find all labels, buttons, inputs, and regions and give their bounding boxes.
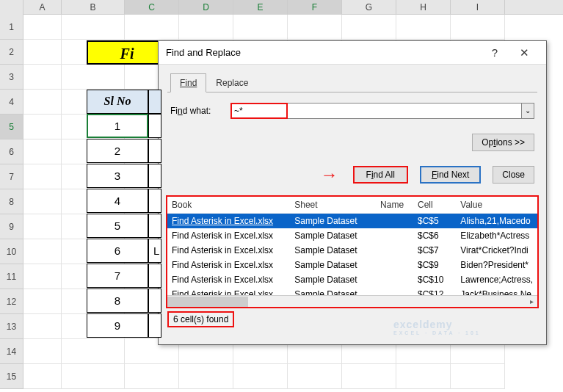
scroll-thumb[interactable] [167,297,248,307]
result-row[interactable]: Find Asterisk in Excel.xlsxSample Datase… [167,243,537,258]
result-name [376,228,413,243]
find-what-label: Find what: [170,106,223,116]
cell-slno-1[interactable]: 1 [87,114,148,138]
row-header-4[interactable]: 4 [0,90,23,115]
close-icon[interactable]: ✕ [509,46,539,59]
cell-c-row8[interactable] [148,288,161,313]
col-header-B[interactable]: B [62,0,125,15]
result-book: Find Asterisk in Excel.xlsx [167,214,290,229]
result-name [376,214,413,229]
row-header-1[interactable]: 1 [0,15,23,40]
watermark: exceldemy EXCEL · DATA · 101 [393,319,481,335]
col-cell[interactable]: Cell [413,197,456,214]
cell-c-row5[interactable] [148,214,161,238]
dialog-title: Find and Replace [166,47,480,58]
row-header-3[interactable]: 3 [0,65,23,90]
row-header-6[interactable]: 6 [0,139,23,164]
row-header-12[interactable]: 12 [0,289,23,314]
cell-slno-3[interactable]: 3 [87,164,148,188]
result-row[interactable]: Find Asterisk in Excel.xlsxSample Datase… [167,272,537,287]
result-cell: $C$5 [413,214,456,229]
cell-c-row3[interactable] [148,164,161,188]
row-header-15[interactable]: 15 [0,364,23,389]
row-header-8[interactable]: 8 [0,189,23,214]
find-next-button[interactable]: Find Next [420,166,481,184]
cell-slno-6[interactable]: 6 [87,239,148,263]
result-name [376,258,413,272]
result-sheet: Sample Dataset [290,243,376,258]
col-sheet[interactable]: Sheet [290,197,376,214]
col-value[interactable]: Value [456,197,537,214]
title-banner: Fi [87,40,167,65]
col-header-C[interactable]: C [125,0,179,15]
col-name[interactable]: Name [376,197,413,214]
result-sheet: Sample Dataset [290,272,376,287]
row-header-7[interactable]: 7 [0,164,23,189]
result-value: Lawrence;Actress, [456,272,537,287]
tab-find[interactable]: Find [170,73,206,92]
col-header-H[interactable]: H [396,0,451,15]
result-row[interactable]: Find Asterisk in Excel.xlsxSample Datase… [167,258,537,272]
cell-slno-7[interactable]: 7 [87,264,148,288]
result-value: Alisha,21,Macedo [456,214,537,229]
row-header-13[interactable]: 13 [0,314,23,339]
col-header-I[interactable]: I [451,0,505,15]
result-book: Find Asterisk in Excel.xlsx [167,243,290,258]
select-all-corner[interactable] [0,0,23,15]
result-sheet: Sample Dataset [290,214,376,229]
title-banner-text: Fi [120,46,134,62]
result-book: Find Asterisk in Excel.xlsx [167,228,290,243]
result-row[interactable]: Find Asterisk in Excel.xlsxSample Datase… [167,214,537,229]
cell-c-row7[interactable] [148,264,161,288]
result-cell: $C$7 [413,243,456,258]
col-header-A[interactable]: A [23,0,62,15]
find-replace-dialog: Find and Replace ? ✕ Find Replace Find w… [158,40,547,345]
cell-c-row1[interactable] [148,114,161,138]
help-icon[interactable]: ? [480,46,509,59]
cell-slno-2[interactable]: 2 [87,139,148,163]
scroll-right-icon[interactable]: ▸ [526,296,537,308]
row-header-11[interactable]: 11 [0,264,23,289]
row-header-9[interactable]: 9 [0,214,23,239]
result-cell: $C$10 [413,272,456,287]
cell-c-row2[interactable] [148,139,161,163]
results-body: Find Asterisk in Excel.xlsxSample Datase… [167,214,537,302]
header-c-sliver [148,90,161,114]
result-sheet: Sample Dataset [290,258,376,272]
row-header-10[interactable]: 10 [0,239,23,264]
result-name [376,243,413,258]
result-name [376,272,413,287]
row-header-2[interactable]: 2 [0,40,23,65]
cell-slno-9[interactable]: 9 [87,313,148,338]
find-history-dropdown[interactable]: ⌄ [521,103,534,119]
col-header-G[interactable]: G [342,0,396,15]
dialog-titlebar[interactable]: Find and Replace ? ✕ [159,41,546,65]
cell-c-row4[interactable] [148,189,161,213]
result-row[interactable]: Find Asterisk in Excel.xlsxSample Datase… [167,228,537,243]
row-header-5[interactable]: 5 [0,115,23,139]
arrow-icon: → [321,164,338,185]
find-what-input[interactable] [230,103,534,119]
tab-replace[interactable]: Replace [206,73,258,92]
results-table[interactable]: Book Sheet Name Cell Value Find Asterisk… [167,197,537,302]
close-button[interactable]: Close [493,166,534,184]
results-panel: Book Sheet Name Cell Value Find Asterisk… [166,195,539,308]
row-header-14[interactable]: 14 [0,339,23,364]
col-header-E[interactable]: E [233,0,288,15]
find-all-button[interactable]: Find All [353,166,408,184]
col-book[interactable]: Book [167,197,290,214]
results-hscroll[interactable]: ▸ [167,295,537,307]
result-book: Find Asterisk in Excel.xlsx [167,258,290,272]
col-header-F[interactable]: F [288,0,342,15]
result-cell: $C$6 [413,228,456,243]
cell-slno-8[interactable]: 8 [87,288,148,313]
cell-c-row9[interactable] [148,313,161,338]
result-book: Find Asterisk in Excel.xlsx [167,272,290,287]
status-bar: 6 cell(s) found [167,311,234,327]
column-headers: ABCDEFGHI [0,0,563,15]
options-button[interactable]: Options >> [472,134,534,151]
cell-slno-5[interactable]: 5 [87,214,148,238]
cell-slno-4[interactable]: 4 [87,189,148,213]
cell-c-row6[interactable]: L [148,239,161,263]
col-header-D[interactable]: D [179,0,233,15]
